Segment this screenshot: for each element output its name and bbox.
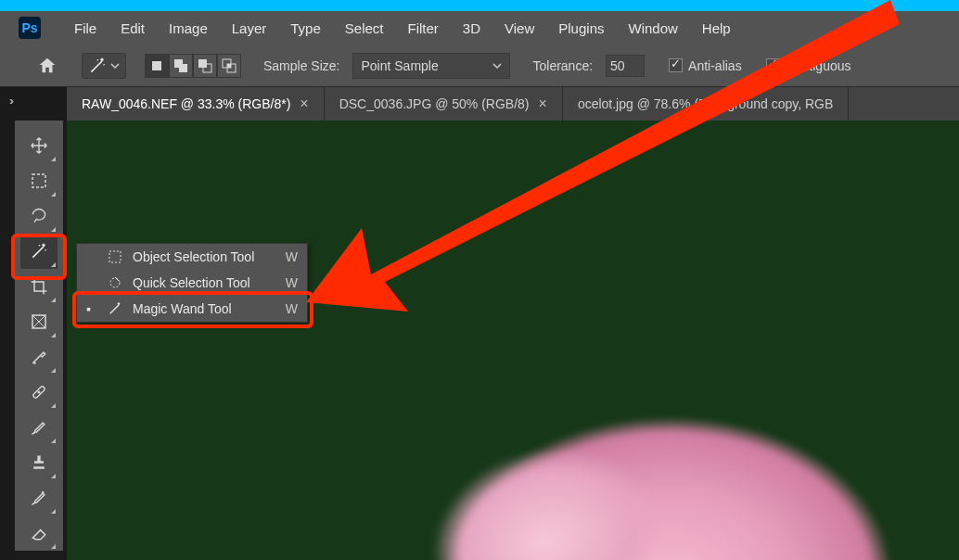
eyedropper-tool[interactable] — [20, 339, 58, 375]
svg-rect-2 — [179, 64, 187, 72]
brush-tool[interactable] — [20, 410, 58, 445]
options-bar: Sample Size: Point Sample Tolerance: Ant… — [0, 45, 959, 87]
move-tool[interactable] — [20, 128, 58, 163]
flyout-item-quick-selection[interactable]: Quick Selection Tool W — [77, 270, 307, 296]
menu-plugins[interactable]: Plugins — [558, 20, 604, 36]
svg-point-13 — [110, 278, 120, 287]
menu-type[interactable]: Type — [290, 20, 321, 36]
menu-layer[interactable]: Layer — [232, 20, 267, 36]
menu-window[interactable]: Window — [628, 20, 677, 36]
app-logo[interactable]: Ps — [19, 17, 41, 39]
chevron-down-icon — [492, 61, 502, 70]
document-tab[interactable]: RAW_0046.NEF @ 33.3% (RGB/8*) × — [67, 87, 325, 121]
anti-alias-label: Anti-alias — [688, 58, 742, 73]
menu-help[interactable]: Help — [702, 20, 731, 36]
clone-stamp-tool[interactable] — [20, 445, 58, 480]
intersect-squares-icon — [222, 58, 237, 73]
current-tool-indicator[interactable] — [82, 53, 126, 79]
history-brush-icon — [30, 489, 48, 507]
object-selection-icon — [107, 249, 123, 264]
add-squares-icon — [173, 58, 188, 73]
selection-new-button[interactable] — [145, 54, 169, 78]
contiguous-checkbox[interactable]: Contiguous — [766, 58, 851, 73]
menu-select[interactable]: Select — [345, 20, 384, 36]
flyout-item-label: Quick Selection Tool — [133, 275, 276, 290]
menu-bar: Ps File Edit Image Layer Type Select Fil… — [0, 11, 959, 45]
square-icon — [150, 59, 163, 72]
menu-edit[interactable]: Edit — [121, 20, 145, 36]
document-tab-label: ocelot.jpg @ 78.6% (Background copy, RGB — [578, 96, 833, 111]
bandage-icon — [30, 383, 48, 401]
history-brush-tool[interactable] — [20, 480, 58, 515]
sample-size-label: Sample Size: — [263, 58, 339, 73]
svg-point-11 — [38, 391, 40, 393]
lasso-icon — [30, 207, 48, 225]
brush-icon — [30, 418, 48, 437]
selected-mark: ▪ — [86, 301, 97, 316]
healing-brush-tool[interactable] — [20, 375, 58, 410]
menu-file[interactable]: File — [74, 20, 96, 36]
canvas[interactable] — [67, 121, 959, 560]
flyout-item-object-selection[interactable]: Object Selection Tool W — [77, 244, 307, 270]
frame-icon — [31, 313, 47, 330]
svg-rect-7 — [227, 64, 231, 68]
flyout-item-shortcut: W — [286, 249, 298, 264]
magic-wand-icon — [30, 242, 48, 261]
document-tab-label: RAW_0046.NEF @ 33.3% (RGB/8*) — [82, 96, 290, 111]
magic-wand-icon — [107, 301, 123, 316]
selection-add-button[interactable] — [169, 54, 193, 78]
marquee-tool[interactable] — [20, 163, 58, 198]
magic-wand-icon — [88, 57, 107, 75]
tool-panel — [15, 121, 63, 551]
checkbox-icon — [766, 58, 780, 72]
subtract-squares-icon — [198, 58, 212, 73]
document-tab-label: DSC_0036.JPG @ 50% (RGB/8) — [339, 96, 530, 111]
move-icon — [30, 136, 48, 155]
marquee-icon — [31, 172, 47, 189]
crop-icon — [30, 277, 48, 296]
svg-rect-0 — [152, 61, 161, 70]
window-titlebar — [0, 0, 959, 11]
quick-selection-icon — [107, 275, 123, 290]
flyout-item-shortcut: W — [286, 301, 298, 316]
close-icon[interactable]: × — [539, 95, 547, 112]
tool-flyout-menu: Object Selection Tool W Quick Selection … — [76, 243, 308, 323]
sample-size-value: Point Sample — [361, 58, 438, 73]
home-button[interactable] — [32, 50, 63, 82]
menu-3d[interactable]: 3D — [463, 20, 480, 36]
selection-mode-group — [145, 54, 241, 78]
document-tab[interactable]: ocelot.jpg @ 78.6% (Background copy, RGB — [563, 87, 849, 121]
checkbox-icon — [669, 58, 683, 72]
eraser-tool[interactable] — [20, 515, 58, 551]
flyout-item-magic-wand[interactable]: ▪ Magic Wand Tool W — [77, 296, 307, 322]
document-tab-bar: RAW_0046.NEF @ 33.3% (RGB/8*) × DSC_0036… — [67, 87, 959, 121]
menu-view[interactable]: View — [505, 20, 534, 36]
menu-filter[interactable]: Filter — [408, 20, 439, 36]
menu-image[interactable]: Image — [169, 20, 208, 36]
magic-wand-tool[interactable] — [20, 234, 58, 269]
contiguous-label: Contiguous — [786, 58, 851, 73]
svg-rect-8 — [32, 174, 45, 187]
selection-subtract-button[interactable] — [193, 54, 217, 78]
close-icon[interactable]: × — [300, 95, 308, 112]
svg-rect-12 — [109, 251, 121, 262]
eyedropper-icon — [30, 348, 48, 366]
chevron-down-icon — [110, 61, 120, 70]
tolerance-label: Tolerance: — [532, 58, 593, 73]
crop-tool[interactable] — [20, 269, 58, 304]
selection-intersect-button[interactable] — [217, 54, 241, 78]
eraser-icon — [30, 524, 48, 542]
sample-size-select[interactable]: Point Sample — [352, 53, 510, 79]
flyout-item-label: Magic Wand Tool — [133, 301, 276, 316]
lasso-tool[interactable] — [20, 198, 58, 234]
document-tab[interactable]: DSC_0036.JPG @ 50% (RGB/8) × — [325, 87, 563, 121]
tolerance-input[interactable] — [606, 55, 645, 77]
home-icon — [37, 56, 58, 76]
anti-alias-checkbox[interactable]: Anti-alias — [669, 58, 742, 73]
stamp-icon — [30, 453, 48, 472]
flyout-item-shortcut: W — [286, 275, 298, 290]
flyout-item-label: Object Selection Tool — [133, 249, 276, 264]
frame-tool[interactable] — [20, 304, 58, 339]
